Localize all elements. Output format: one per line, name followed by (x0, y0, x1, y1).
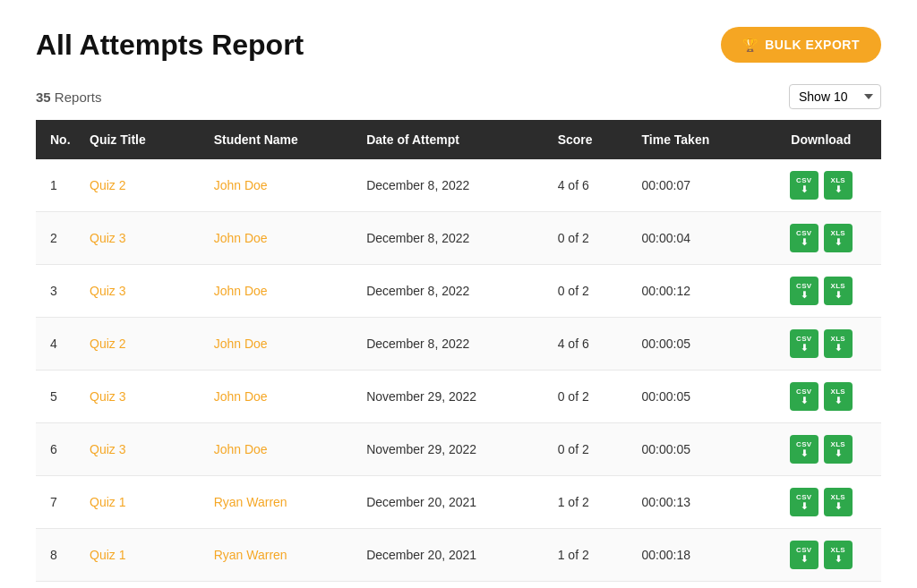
download-csv-button[interactable]: CSV ⬇ (790, 224, 818, 252)
cell-download: CSV ⬇ XLS ⬇ (761, 582, 881, 589)
table-row: 7 Quiz 1 Ryan Warren December 20, 2021 1… (36, 476, 881, 529)
cell-student: John Doe (205, 423, 357, 476)
cell-time: 00:00:20 (633, 582, 761, 589)
quiz-link[interactable]: Quiz 1 (90, 548, 125, 562)
quiz-link[interactable]: Quiz 3 (90, 442, 125, 456)
cell-download: CSV ⬇ XLS ⬇ (761, 423, 881, 476)
download-xls-button[interactable]: XLS ⬇ (824, 224, 853, 252)
student-link[interactable]: John Doe (214, 284, 268, 298)
cell-no: 8 (36, 529, 81, 582)
download-csv-button[interactable]: CSV ⬇ (790, 277, 818, 305)
download-csv-button[interactable]: CSV ⬇ (790, 541, 818, 569)
cell-no: 9 (36, 582, 81, 589)
cell-date: December 20, 2021 (357, 582, 549, 589)
cell-score: 1 of 2 (549, 529, 633, 582)
cell-time: 00:00:07 (633, 159, 761, 212)
download-csv-button[interactable]: CSV ⬇ (790, 382, 818, 411)
cell-score: 0 of 2 (549, 423, 633, 476)
sub-header: 35 Reports Show 10 Show 25 Show 50 Show … (36, 84, 881, 109)
col-no: No. (36, 120, 81, 159)
table-row: 8 Quiz 1 Ryan Warren December 20, 2021 1… (36, 529, 881, 582)
cell-quiz: Quiz 3 (81, 371, 205, 423)
col-quiz-title: Quiz Title (81, 120, 205, 159)
cell-score: 0 of 2 (549, 371, 633, 423)
cell-time: 00:00:05 (633, 423, 761, 476)
table-row: 1 Quiz 2 John Doe December 8, 2022 4 of … (36, 159, 881, 212)
cell-student: John Doe (205, 265, 357, 318)
cell-no: 5 (36, 371, 81, 423)
download-csv-button[interactable]: CSV ⬇ (790, 329, 818, 358)
cell-student: Ryan Warren (205, 476, 357, 529)
cell-download: CSV ⬇ XLS ⬇ (761, 529, 881, 582)
student-link[interactable]: John Doe (214, 231, 268, 245)
export-icon: 🏆 (742, 38, 758, 52)
cell-score: 4 of 6 (549, 318, 633, 371)
cell-student: John Doe (205, 371, 357, 423)
download-xls-button[interactable]: XLS ⬇ (824, 329, 853, 358)
cell-download: CSV ⬇ XLS ⬇ (761, 212, 881, 265)
cell-quiz: Quiz 1 (81, 529, 205, 582)
download-csv-button[interactable]: CSV ⬇ (790, 488, 818, 516)
download-xls-button[interactable]: XLS ⬇ (824, 488, 853, 516)
cell-time: 00:00:04 (633, 212, 761, 265)
cell-no: 4 (36, 318, 81, 371)
cell-download: CSV ⬇ XLS ⬇ (761, 476, 881, 529)
show-select[interactable]: Show 10 Show 25 Show 50 Show 100 (789, 84, 881, 109)
download-csv-button[interactable]: CSV ⬇ (790, 435, 818, 464)
report-count: 35 Reports (36, 89, 101, 105)
cell-quiz: Quiz 3 (81, 212, 205, 265)
cell-date: December 8, 2022 (357, 212, 549, 265)
col-time: Time Taken (633, 120, 761, 159)
quiz-link[interactable]: Quiz 2 (90, 178, 125, 192)
student-link[interactable]: Ryan Warren (214, 548, 287, 562)
download-xls-button[interactable]: XLS ⬇ (824, 541, 853, 569)
download-xls-button[interactable]: XLS ⬇ (824, 382, 853, 411)
cell-score: 4 of 6 (549, 159, 633, 212)
table-header-row: No. Quiz Title Student Name Date of Atte… (36, 120, 881, 159)
cell-download: CSV ⬇ XLS ⬇ (761, 371, 881, 423)
quiz-link[interactable]: Quiz 3 (90, 231, 125, 245)
student-link[interactable]: John Doe (214, 389, 268, 404)
quiz-link[interactable]: Quiz 1 (90, 495, 125, 509)
cell-quiz: Quiz 3 (81, 423, 205, 476)
download-xls-button[interactable]: XLS ⬇ (824, 435, 853, 464)
cell-no: 1 (36, 159, 81, 212)
download-xls-button[interactable]: XLS ⬇ (824, 171, 853, 200)
col-score: Score (549, 120, 633, 159)
quiz-link[interactable]: Quiz 3 (90, 284, 125, 298)
cell-score: 1 of 2 (549, 582, 633, 589)
cell-no: 6 (36, 423, 81, 476)
cell-quiz: Quiz 2 (81, 318, 205, 371)
col-download: Download (761, 120, 881, 159)
table-row: 3 Quiz 3 John Doe December 8, 2022 0 of … (36, 265, 881, 318)
cell-no: 2 (36, 212, 81, 265)
student-link[interactable]: John Doe (214, 442, 268, 456)
cell-student: Ryan Warren (205, 529, 357, 582)
page-title: All Attempts Report (36, 29, 304, 62)
cell-quiz: Quiz 3 (81, 265, 205, 318)
cell-date: December 8, 2022 (357, 318, 549, 371)
cell-time: 00:00:18 (633, 529, 761, 582)
quiz-link[interactable]: Quiz 2 (90, 337, 125, 351)
cell-no: 7 (36, 476, 81, 529)
cell-quiz: Quiz 1 (81, 582, 205, 589)
table-row: 9 Quiz 1 Ryan Warren December 20, 2021 1… (36, 582, 881, 589)
attempts-table: No. Quiz Title Student Name Date of Atte… (36, 120, 881, 588)
download-xls-button[interactable]: XLS ⬇ (824, 277, 853, 305)
cell-student: John Doe (205, 318, 357, 371)
download-csv-button[interactable]: CSV ⬇ (790, 171, 818, 200)
quiz-link[interactable]: Quiz 3 (90, 389, 125, 404)
col-student-name: Student Name (205, 120, 357, 159)
table-row: 4 Quiz 2 John Doe December 8, 2022 4 of … (36, 318, 881, 371)
cell-student: Ryan Warren (205, 582, 357, 589)
cell-student: John Doe (205, 159, 357, 212)
bulk-export-button[interactable]: 🏆 BULK EXPORT (721, 27, 881, 63)
col-date: Date of Attempt (357, 120, 549, 159)
table-row: 5 Quiz 3 John Doe November 29, 2022 0 of… (36, 371, 881, 423)
student-link[interactable]: Ryan Warren (214, 495, 287, 509)
cell-student: John Doe (205, 212, 357, 265)
cell-date: November 29, 2022 (357, 371, 549, 423)
student-link[interactable]: John Doe (214, 178, 268, 192)
cell-time: 00:00:12 (633, 265, 761, 318)
student-link[interactable]: John Doe (214, 337, 268, 351)
